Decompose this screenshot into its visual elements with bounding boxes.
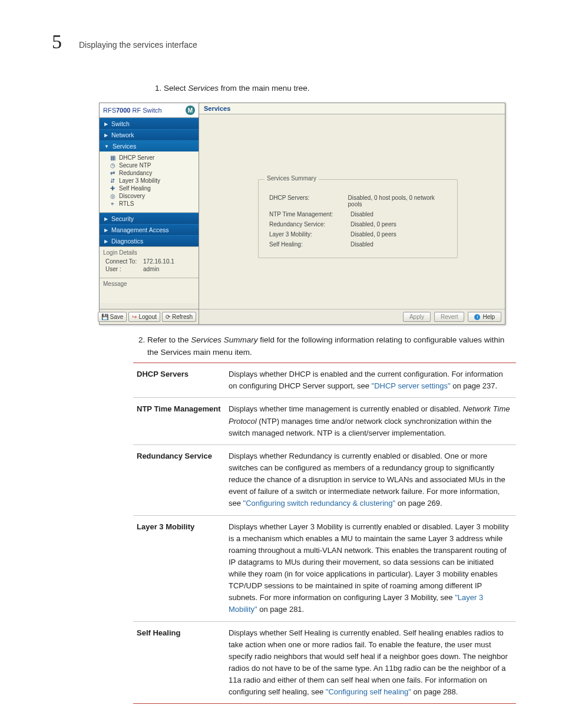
- brand-bold: 7000: [116, 107, 130, 114]
- def-dhcp-desc: Displays whether DHCP is enabled and the…: [229, 363, 516, 398]
- table-row: NTP Time Management Displays whether tim…: [133, 398, 516, 444]
- server-icon: ▦: [109, 155, 116, 161]
- tree-secure-ntp[interactable]: ◷Secure NTP: [102, 162, 196, 169]
- def-l3-desc: Displays whether Layer 3 Mobility is cur…: [229, 515, 516, 621]
- definitions-wrap: DHCP Servers Displays whether DHCP is en…: [133, 363, 516, 704]
- step-1: Select Services from the main menu tree.: [164, 83, 516, 94]
- mobility-icon: ⇵: [109, 178, 116, 184]
- nav-diag-label: Diagnostics: [111, 238, 143, 245]
- services-summary-legend: Services Summary: [265, 175, 319, 182]
- nav-network[interactable]: Network: [100, 129, 199, 140]
- clock-icon: ◷: [109, 163, 116, 169]
- rtls-icon: ⌖: [109, 201, 116, 207]
- login-user-row: User :admin: [103, 265, 195, 273]
- chapter-title: Displaying the services interface: [79, 40, 197, 50]
- tree-self-healing[interactable]: ✚Self Healing: [102, 185, 196, 192]
- help-icon: i: [474, 314, 480, 320]
- def-dhcp-tail: on page 237.: [451, 381, 498, 390]
- dhcp-settings-link[interactable]: "DHCP server settings": [372, 381, 451, 390]
- self-healing-link[interactable]: "Configuring self healing": [326, 687, 411, 696]
- step-2: Refer to the Services Summary field for …: [147, 334, 516, 359]
- app-window: RFS7000 RF Switch M Switch Network Servi…: [99, 103, 505, 325]
- tree-ntp-label: Secure NTP: [119, 162, 151, 169]
- document-page: 5 Displaying the services interface Sele…: [0, 0, 562, 728]
- nav-security[interactable]: Security: [100, 213, 199, 224]
- nav-services-label: Services: [113, 143, 136, 150]
- table-row: DHCP Servers Displays whether DHCP is en…: [133, 363, 516, 398]
- summary-l3-value: Disabled, 0 peers: [351, 231, 396, 238]
- summary-row-redundancy: Redundancy Service:Disabled, 0 peers: [269, 219, 447, 229]
- refresh-button[interactable]: ⟳Refresh: [162, 312, 196, 322]
- services-tree: ▦DHCP Server ◷Secure NTP ⇄Redundancy ⇵La…: [100, 151, 199, 213]
- nav-management-access[interactable]: Management Access: [100, 224, 199, 235]
- logout-label: Logout: [138, 314, 157, 320]
- refresh-label: Refresh: [172, 314, 193, 320]
- summary-dhcp-value: Disabled, 0 host pools, 0 network pools: [348, 195, 447, 207]
- tree-l3-label: Layer 3 Mobility: [119, 177, 160, 184]
- logout-icon: ↪: [132, 314, 137, 320]
- summary-ntp-key: NTP Time Management:: [269, 211, 340, 218]
- message-panel: Message: [100, 278, 199, 303]
- tree-discovery[interactable]: ◎Discovery: [102, 192, 196, 200]
- table-row: Layer 3 Mobility Displays whether Layer …: [133, 515, 516, 621]
- save-label: Save: [110, 314, 124, 320]
- def-ntp-key: NTP Time Management: [133, 398, 229, 444]
- summary-red-value: Disabled, 0 peers: [351, 221, 396, 228]
- brand-label: RFS7000 RF Switch: [103, 107, 162, 114]
- login-details-panel: Login Details Connect To:172.16.10.1 Use…: [100, 246, 199, 278]
- apply-button[interactable]: Apply: [403, 312, 431, 322]
- def-l3-text: Displays whether Layer 3 Mobility is cur…: [229, 522, 508, 602]
- def-heal-text: Displays whether Self Healing is current…: [229, 628, 508, 697]
- tree-redundancy[interactable]: ⇄Redundancy: [102, 169, 196, 177]
- brand-suffix: RF Switch: [130, 107, 161, 114]
- heal-icon: ✚: [109, 186, 116, 192]
- login-connect-row: Connect To:172.16.10.1: [103, 258, 195, 265]
- def-red-key: Redundancy Service: [133, 444, 229, 515]
- def-red-desc: Displays whether Redundancy is currently…: [229, 444, 516, 515]
- summary-row-l3: Layer 3 Mobility:Disabled, 0 peers: [269, 229, 447, 239]
- discovery-icon: ◎: [109, 193, 116, 199]
- def-l3-tail: on page 281.: [257, 605, 305, 614]
- step-1-em: Services: [188, 84, 219, 93]
- tree-rtls[interactable]: ⌖RTLS: [102, 200, 196, 207]
- brand-prefix: RFS: [103, 107, 116, 114]
- save-button[interactable]: 💾Save: [98, 312, 127, 322]
- def-red-tail: on page 269.: [395, 499, 442, 508]
- summary-row-ntp: NTP Time Management:Disabled: [269, 209, 447, 219]
- revert-button[interactable]: Revert: [434, 312, 464, 322]
- message-title: Message: [103, 281, 195, 287]
- def-heal-tail: on page 288.: [411, 687, 458, 696]
- tree-layer3-mobility[interactable]: ⇵Layer 3 Mobility: [102, 177, 196, 185]
- login-connect-label: Connect To:: [105, 258, 140, 265]
- help-label: Help: [482, 314, 495, 320]
- brand-row: RFS7000 RF Switch M: [100, 103, 199, 118]
- nav-network-label: Network: [111, 131, 134, 139]
- nav-mgmt-label: Management Access: [111, 226, 168, 233]
- step-2-text-a: Refer to the: [147, 335, 191, 344]
- nav-diagnostics[interactable]: Diagnostics: [100, 235, 199, 246]
- tree-dhcp-server[interactable]: ▦DHCP Server: [102, 154, 196, 162]
- login-details-title: Login Details: [103, 249, 195, 256]
- nav-switch[interactable]: Switch: [100, 118, 199, 129]
- summary-heal-key: Self Healing:: [269, 241, 340, 248]
- login-user-value: admin: [143, 266, 159, 272]
- step-2-list: Refer to the Services Summary field for …: [124, 334, 516, 359]
- chapter-number: 5: [52, 31, 62, 53]
- redundancy-link[interactable]: "Configuring switch redundancy & cluster…: [243, 499, 396, 508]
- nav-security-label: Security: [111, 215, 134, 222]
- main-pane: Services Services Summary DHCP Servers:D…: [199, 103, 505, 324]
- summary-l3-key: Layer 3 Mobility:: [269, 231, 340, 238]
- table-row: Redundancy Service Displays whether Redu…: [133, 444, 516, 515]
- tree-rtls-label: RTLS: [119, 200, 134, 207]
- def-heal-desc: Displays whether Self Healing is current…: [229, 621, 516, 704]
- summary-row-heal: Self Healing:Disabled: [269, 239, 447, 249]
- help-button[interactable]: iHelp: [468, 312, 501, 322]
- services-summary-box: Services Summary DHCP Servers:Disabled, …: [258, 179, 458, 258]
- refresh-icon: ⟳: [166, 314, 170, 320]
- main-title: Services: [199, 103, 505, 114]
- link-icon: ⇄: [109, 170, 116, 176]
- brand-logo-icon: M: [186, 106, 195, 115]
- def-heal-key: Self Healing: [133, 621, 229, 704]
- logout-button[interactable]: ↪Logout: [128, 312, 160, 322]
- nav-services[interactable]: Services: [100, 140, 199, 151]
